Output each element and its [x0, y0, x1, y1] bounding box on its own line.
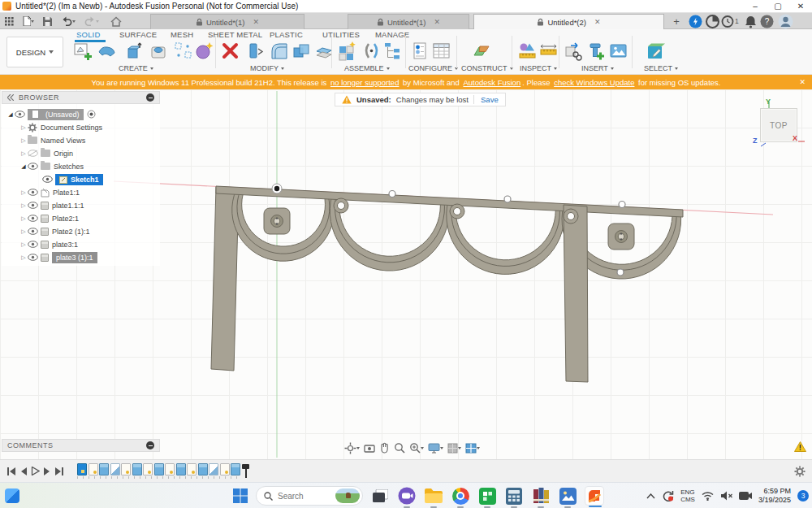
banner-close-icon[interactable]: ✕: [799, 78, 806, 86]
collapse-panel-icon[interactable]: [7, 94, 14, 101]
create-sketch-icon[interactable]: [73, 41, 93, 61]
component-list-icon[interactable]: [383, 41, 403, 61]
visibility-eye-icon[interactable]: [15, 111, 25, 118]
configure-icon[interactable]: [411, 41, 430, 61]
insert-group[interactable]: INSERT: [581, 64, 614, 72]
fillet-icon[interactable]: [270, 41, 289, 61]
skip-to-start-icon[interactable]: [6, 467, 16, 475]
tab-close-icon[interactable]: ✕: [434, 18, 440, 26]
inspect-group[interactable]: INSPECT: [520, 64, 557, 72]
minimize-button[interactable]: –: [744, 0, 767, 12]
timeline-feature-sketch-sel[interactable]: [77, 463, 87, 475]
banner-link-unsupported[interactable]: no longer supported: [330, 78, 400, 87]
search-input[interactable]: [278, 492, 330, 501]
select-group[interactable]: SELECT: [644, 64, 678, 72]
extensions-icon[interactable]: [689, 15, 702, 28]
comments-header[interactable]: COMMENTS: [2, 439, 160, 452]
browser-item-plate2[interactable]: ▷ Plate2:1: [19, 212, 79, 224]
visibility-eye-icon[interactable]: [42, 176, 53, 183]
active-component-radio[interactable]: [87, 110, 96, 119]
recording-status-icon[interactable]: [662, 490, 674, 501]
visibility-eye-off-icon[interactable]: [28, 150, 38, 157]
tray-clock[interactable]: 6:59 PM3/19/2025: [758, 487, 791, 506]
notification-count-badge[interactable]: 3: [797, 490, 809, 501]
expand-arrow-icon[interactable]: ▷: [19, 124, 28, 131]
browser-item-plate2-1[interactable]: ▷ Plate2 (1):1: [19, 225, 90, 237]
modify-group[interactable]: MODIFY: [250, 64, 284, 72]
timeline-feature-modify[interactable]: [110, 463, 120, 475]
timeline-feature-extrude[interactable]: [176, 463, 186, 475]
timeline-feature-sketch[interactable]: [187, 463, 197, 475]
workspace-selector[interactable]: DESIGN: [6, 37, 63, 67]
user-avatar[interactable]: [778, 14, 793, 29]
step-back-icon[interactable]: [19, 467, 28, 475]
fusion-taskbar-icon[interactable]: [585, 486, 604, 506]
measure-icon[interactable]: [518, 41, 538, 61]
timeline-feature-sketch[interactable]: [165, 463, 175, 475]
expand-arrow-icon[interactable]: ▷: [19, 241, 28, 248]
expand-arrow-icon[interactable]: ▷: [19, 202, 28, 209]
volume-muted-icon[interactable]: [720, 491, 732, 501]
tab-plastic[interactable]: PLASTIC: [270, 30, 303, 39]
look-at-tool[interactable]: [364, 443, 375, 454]
language-indicator[interactable]: ENGCMS: [680, 488, 695, 503]
winrar-icon[interactable]: [531, 486, 551, 506]
camera-status-icon[interactable]: [739, 491, 752, 501]
timeline-feature-extrude[interactable]: [132, 463, 142, 475]
visibility-eye-icon[interactable]: [28, 163, 38, 170]
tab-solid[interactable]: SOLID: [76, 30, 101, 39]
browser-item-named-views[interactable]: ▷ Named Views: [19, 134, 85, 146]
job-status-icon[interactable]: [706, 15, 719, 28]
form-icon[interactable]: [97, 41, 117, 61]
visibility-eye-icon[interactable]: [28, 202, 38, 209]
home-icon[interactable]: [110, 16, 122, 27]
expand-arrow-icon[interactable]: ▷: [19, 150, 28, 157]
visibility-eye-icon[interactable]: [28, 215, 38, 222]
app-grid-icon[interactable]: [5, 17, 14, 26]
pattern-icon[interactable]: [174, 41, 193, 61]
timeline-feature-sketch[interactable]: [220, 463, 230, 475]
doc-tab-3-active[interactable]: Untitled*(2) ✕: [473, 14, 664, 29]
expand-arrow-icon[interactable]: ▷: [19, 215, 28, 222]
browser-item-plate1-1[interactable]: ▷ plate1.1:1: [19, 199, 84, 211]
insert-fastener-icon[interactable]: [586, 41, 606, 61]
banner-link-windows-update[interactable]: check Windows Update: [554, 78, 634, 87]
clipchamp-icon[interactable]: [397, 486, 417, 506]
doc-tab-1[interactable]: Untitled*(1) ✕: [150, 14, 304, 29]
new-tab-button[interactable]: +: [671, 15, 682, 28]
base-feature-icon[interactable]: [195, 41, 214, 61]
press-pull-icon[interactable]: [245, 41, 265, 61]
doc-tab-2[interactable]: Untitled*(1) ✕: [348, 14, 469, 29]
configure-group[interactable]: CONFIGURE: [408, 64, 458, 72]
expand-arrow-icon[interactable]: ◢: [19, 163, 28, 170]
chrome-icon[interactable]: [451, 486, 470, 506]
combine-icon[interactable]: [292, 41, 312, 61]
construct-group[interactable]: CONSTRUCT: [461, 64, 513, 72]
play-icon[interactable]: [31, 467, 40, 475]
notifications-bell-icon[interactable]: [744, 15, 758, 28]
hole-icon[interactable]: [149, 41, 169, 61]
assemble-group[interactable]: ASSEMBLE: [344, 64, 390, 72]
design-canvas[interactable]: Unsaved: Changes may be lost Save BROWSE…: [0, 89, 812, 459]
orbit-tool[interactable]: [344, 442, 360, 454]
pan-tool[interactable]: [379, 442, 390, 454]
task-view-icon[interactable]: [370, 486, 390, 506]
tab-sheet-metal[interactable]: SHEET METAL: [208, 30, 262, 39]
expand-arrow-icon[interactable]: ▷: [19, 189, 28, 196]
panel-menu-icon[interactable]: [146, 93, 154, 102]
grid-settings-tool[interactable]: [447, 443, 461, 454]
tray-chevron-icon[interactable]: [646, 493, 655, 499]
delete-icon[interactable]: [221, 41, 240, 61]
tab-close-icon[interactable]: ✕: [253, 18, 259, 26]
viewports-tool[interactable]: [465, 443, 480, 454]
file-menu-icon[interactable]: [23, 16, 34, 26]
timeline-feature-extrude[interactable]: [198, 463, 208, 475]
redo-icon[interactable]: [84, 16, 99, 26]
configuration-table-icon[interactable]: [432, 41, 451, 61]
zoom-window-tool[interactable]: [409, 442, 424, 454]
browser-item-origin[interactable]: ▷ Origin: [19, 147, 73, 159]
skip-to-end-icon[interactable]: [54, 467, 64, 475]
tab-utilities[interactable]: UTILITIES: [322, 30, 360, 39]
save-icon[interactable]: [43, 17, 52, 26]
search-daily-image[interactable]: [335, 488, 360, 503]
